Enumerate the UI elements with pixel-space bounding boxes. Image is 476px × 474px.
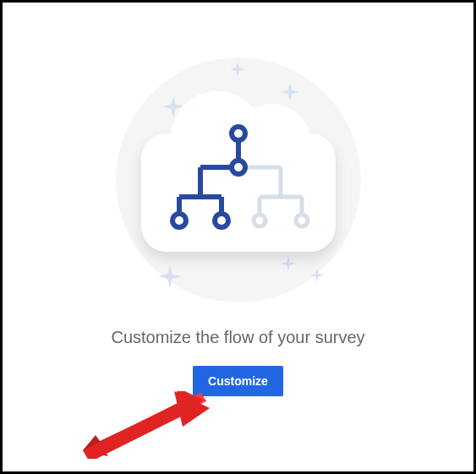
flow-tree-icon	[141, 121, 336, 248]
svg-marker-19	[83, 400, 191, 459]
svg-point-14	[232, 161, 245, 174]
svg-point-13	[232, 127, 245, 140]
svg-point-15	[172, 214, 186, 227]
customize-button[interactable]: Customize	[193, 366, 283, 396]
sparkle-icon	[310, 269, 324, 282]
svg-point-6	[296, 215, 308, 226]
svg-marker-20	[174, 391, 210, 427]
sparkle-icon	[281, 256, 296, 271]
empty-state-heading: Customize the flow of your survey	[111, 328, 364, 347]
sparkle-icon	[230, 62, 245, 77]
svg-point-16	[215, 214, 228, 227]
cloud-graphic	[141, 133, 336, 252]
svg-point-5	[254, 215, 265, 226]
svg-marker-17	[83, 393, 206, 456]
pointer-arrow-icon	[83, 391, 210, 459]
sparkle-icon	[158, 264, 182, 288]
sparkle-icon	[281, 83, 299, 101]
empty-state-illustration	[112, 53, 365, 307]
